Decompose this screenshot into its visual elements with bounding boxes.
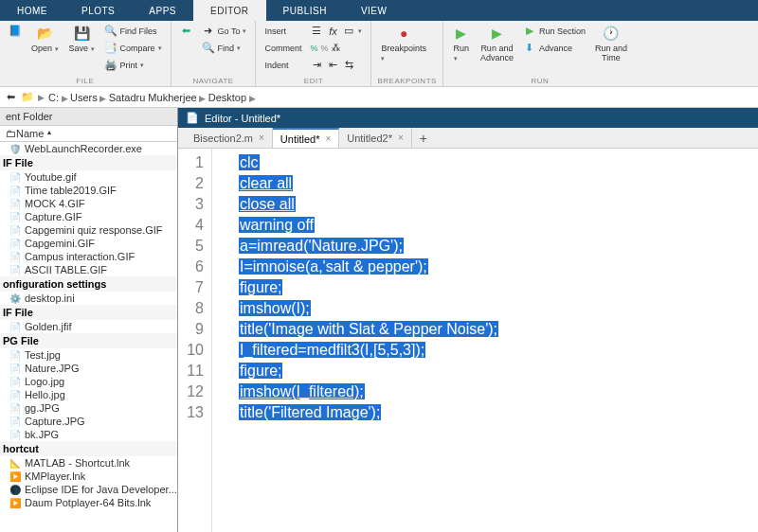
editor-tab[interactable]: Untitled*× — [273, 128, 339, 148]
file-group-header[interactable]: PG File — [0, 333, 177, 348]
run-time-button[interactable]: 🕐Run and Time — [591, 23, 631, 64]
file-group-header[interactable]: IF File — [0, 155, 177, 170]
file-item[interactable]: 📄Youtube.gif — [0, 170, 177, 184]
folder-icon[interactable]: 📁 — [21, 91, 34, 104]
save-button[interactable]: 💾Save ▾ — [65, 23, 99, 55]
ribbon-tab-home[interactable]: HOME — [0, 0, 64, 21]
file-name: desktop.ini — [25, 293, 75, 304]
file-item[interactable]: 📄Capture.GIF — [0, 210, 177, 223]
file-item[interactable]: 📄Capgemini quiz response.GIF — [0, 223, 177, 237]
ribbon-tab-publish[interactable]: PUBLISH — [266, 0, 344, 21]
new-script-button[interactable]: 📘 — [6, 23, 25, 39]
run-group: ▶Run▾ ▶Run and Advance ▶Run Section ⬇Adv… — [443, 21, 637, 86]
compare-button[interactable]: 📑Compare ▾ — [101, 40, 165, 56]
run-advance-button[interactable]: ▶Run and Advance — [477, 23, 517, 64]
back-icon[interactable]: ⬅ — [4, 91, 17, 104]
breakpoints-button[interactable]: ●Breakpoints▾ — [377, 23, 430, 64]
breadcrumb-segment[interactable]: Satadru Mukherjee — [109, 92, 197, 103]
open-button[interactable]: 📂Open ▾ — [27, 23, 63, 55]
editor-tab-label: Untitled2* — [347, 133, 392, 144]
goto-button[interactable]: ➜Go To ▾ — [199, 23, 250, 39]
folder-panel-title: ent Folder — [0, 108, 177, 126]
code-content[interactable]: clcclear allclose allwarning offa=imread… — [212, 149, 758, 532]
code-area[interactable]: 12345678910111213 clcclear allclose allw… — [178, 149, 758, 532]
file-item[interactable]: 📄Test.jpg — [0, 348, 177, 362]
file-item[interactable]: 📄ASCII TABLE.GIF — [0, 263, 177, 276]
file-name: WebLaunchRecorder.exe — [25, 143, 142, 154]
insert-button[interactable]: Insert — [262, 23, 304, 39]
file-name: Time table2019.GIF — [25, 185, 117, 196]
editor-tab[interactable]: Bisection2.m× — [186, 128, 273, 148]
file-icon: 📄 — [9, 402, 21, 414]
close-icon[interactable]: × — [325, 133, 331, 144]
editor-tab[interactable]: Untitled2*× — [339, 128, 412, 148]
breadcrumb-segment[interactable]: Users — [70, 92, 98, 103]
find-files-button[interactable]: 🔍Find Files — [101, 23, 165, 39]
file-icon: 📄 — [9, 211, 21, 222]
navigate-group: ⬅ ➜Go To ▾ 🔍Find ▾ NAVIGATE — [171, 21, 257, 86]
file-item[interactable]: 📄gg.JPG — [0, 401, 177, 415]
file-item[interactable]: ▶️KMPlayer.lnk — [0, 470, 177, 483]
file-item[interactable]: 📄Logo.jpg — [0, 375, 177, 388]
indent-toggle-button[interactable]: ⇥⇤⇆ — [307, 57, 365, 73]
run-group-label: RUN — [449, 75, 631, 85]
file-name: Test.jpg — [25, 349, 61, 361]
current-folder-panel: ent Folder 🗀 Name▴ 🛡️WebLaunchRecorder.e… — [0, 108, 178, 532]
file-icon: 🌑 — [9, 484, 21, 495]
find-button[interactable]: 🔍Find ▾ — [199, 40, 250, 56]
editor-title: Editor - Untitled* — [205, 113, 280, 124]
file-group-header[interactable]: hortcut — [0, 441, 177, 456]
advance-button[interactable]: ⬇Advance — [520, 40, 588, 56]
nav-back-button[interactable]: ⬅ — [177, 23, 196, 39]
file-item[interactable]: 📄Hello.jpg — [0, 388, 177, 401]
ribbon-tab-editor[interactable]: EDITOR — [193, 0, 266, 21]
file-item[interactable]: 🛡️WebLaunchRecorder.exe — [0, 142, 177, 155]
close-icon[interactable]: × — [398, 133, 404, 143]
indent-button[interactable]: Indent — [262, 57, 304, 73]
ribbon-tab-apps[interactable]: APPS — [132, 0, 193, 21]
file-item[interactable]: 📄bk.JPG — [0, 428, 177, 441]
file-group-header[interactable]: onfiguration settings — [0, 276, 177, 292]
edit-group-label: EDIT — [262, 75, 365, 85]
file-item[interactable]: 📄MOCK 4.GIF — [0, 197, 177, 210]
run-button[interactable]: ▶Run▾ — [449, 23, 474, 64]
file-icon: 📄 — [9, 389, 21, 400]
fx-icon[interactable]: fx — [326, 25, 339, 38]
file-group: 📘 📂Open ▾ 💾Save ▾ 🔍Find Files 📑Compare ▾… — [0, 21, 171, 86]
file-icon: 📐 — [9, 457, 21, 469]
file-icon: 📄 — [9, 321, 21, 332]
file-group-header[interactable]: IF File — [0, 305, 177, 320]
insert-section-button[interactable]: ☰fx▭▾ — [307, 23, 365, 39]
file-item[interactable]: 📄Campus interaction.GIF — [0, 250, 177, 263]
line-number-gutter: 12345678910111213 — [178, 149, 212, 532]
file-item[interactable]: 🌑Eclipse IDE for Java Developer... — [0, 483, 177, 496]
ribbon-tab-plots[interactable]: PLOTS — [64, 0, 132, 21]
file-item[interactable]: 📐MATLAB - Shortcut.lnk — [0, 456, 177, 470]
breadcrumb-segment[interactable]: Desktop — [208, 92, 246, 103]
comment-button[interactable]: Comment — [262, 40, 304, 56]
file-name: Daum Potplayer-64 Bits.lnk — [25, 497, 151, 508]
folder-column-header[interactable]: 🗀 Name▴ — [0, 126, 177, 142]
chevron-right-icon: ▶ — [98, 94, 109, 103]
navigate-group-label: NAVIGATE — [177, 75, 250, 85]
file-item[interactable]: 📄Golden.jfif — [0, 320, 177, 333]
file-item[interactable]: 📄Capture.JPG — [0, 415, 177, 428]
file-icon: 📄 — [9, 185, 21, 196]
file-item[interactable]: ⚙️desktop.ini — [0, 292, 177, 305]
file-icon: 📄 — [9, 251, 21, 262]
toolstrip: 📘 📂Open ▾ 💾Save ▾ 🔍Find Files 📑Compare ▾… — [0, 21, 758, 87]
file-item[interactable]: 📄Nature.JPG — [0, 362, 177, 375]
file-item[interactable]: 📄Time table2019.GIF — [0, 184, 177, 197]
file-name: bk.JPG — [25, 429, 59, 440]
file-item[interactable]: ▶️Daum Potplayer-64 Bits.lnk — [0, 496, 177, 509]
file-item[interactable]: 📄Capgemini.GIF — [0, 237, 177, 250]
add-tab-button[interactable]: + — [412, 128, 435, 148]
print-button[interactable]: 🖨️Print ▾ — [101, 57, 165, 73]
ribbon-tab-view[interactable]: VIEW — [344, 0, 405, 21]
breadcrumb-segment[interactable]: C: — [48, 92, 59, 103]
run-section-button[interactable]: ▶Run Section — [520, 23, 588, 39]
comment-toggle-button[interactable]: % % ⁂ — [307, 40, 365, 56]
file-name: Youtube.gif — [25, 171, 77, 183]
chevron-right-icon: ▶ — [246, 94, 256, 103]
close-icon[interactable]: × — [259, 133, 264, 143]
